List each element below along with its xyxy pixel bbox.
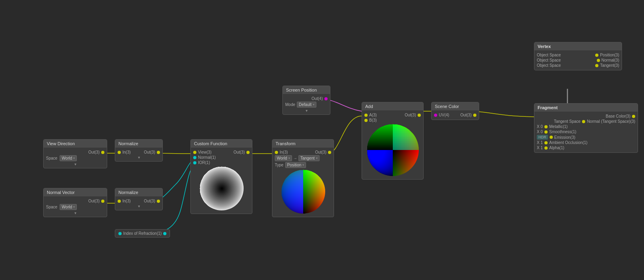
vertex-norm-out: Normal(3): [602, 58, 619, 62]
frag-ao-label: Ambient Occlusion(1): [549, 140, 588, 145]
cf-normal-dot: [193, 156, 196, 159]
vertex-pos-dot: [595, 54, 598, 57]
screen-position-node[interactable]: Screen Position Out(4) Mode Default ▾ ▾: [282, 86, 330, 115]
frag-smooth-x: X 0: [537, 130, 543, 134]
scene-color-node[interactable]: Scene Color UV(4) Out(3): [431, 102, 479, 120]
norm1-in-label: In(3): [122, 150, 131, 154]
normalize-1-header: Normalize: [115, 140, 162, 148]
frag-metallic-dot: [544, 125, 548, 128]
vertex-pos-label: Object Space: [537, 53, 561, 57]
norm1-chevron[interactable]: ▾: [118, 155, 160, 160]
expand-chevron[interactable]: ▾: [46, 162, 104, 166]
transform-header: Transform: [272, 140, 334, 148]
cf-view-label: View(3): [198, 150, 212, 154]
fragment-section: Fragment Base Color(3) Tangent Space Nor…: [534, 103, 638, 153]
view-direction-out-dot: [101, 151, 104, 154]
frag-smooth-row: X 0 Smoothness(1): [537, 130, 635, 134]
screen-position-header: Screen Position: [283, 86, 330, 94]
vertex-pos-out: Position(3): [600, 53, 619, 57]
normal-vector-out-label: Out(3): [88, 199, 100, 203]
nv-expand-chevron[interactable]: ▾: [46, 211, 104, 215]
add-out-label: Out(3): [405, 113, 416, 117]
add-b-dot: [364, 119, 368, 122]
add-header: Add: [362, 102, 423, 110]
add-a-label: A(3): [369, 113, 377, 117]
cf-out-dot: [246, 151, 250, 154]
normalize-1-node[interactable]: Normalize In(3) Out(3) ▾: [115, 139, 163, 162]
norm1-in-dot: [118, 151, 121, 154]
vertex-norm-label: Object Space: [537, 58, 561, 62]
norm2-out-dot: [157, 200, 160, 203]
frag-ao-row: X 1 Ambient Occlusion(1): [537, 140, 635, 145]
transform-node[interactable]: Transform In(3) Out(3) World ▾ → Tangent…: [272, 139, 334, 217]
vertex-position-row: Object Space Position(3): [537, 53, 619, 57]
normalize-2-header: Normalize: [115, 188, 162, 196]
frag-basecolor-row: Base Color(3): [537, 114, 635, 118]
add-out-dot: [418, 114, 421, 117]
sp-mode-select[interactable]: Default ▾: [297, 102, 316, 108]
norm2-in-dot: [118, 200, 121, 203]
tr-from-select[interactable]: World ▾: [275, 155, 292, 161]
sp-out-label: Out(4): [312, 96, 323, 101]
normal-vector-node[interactable]: Normal Vector Out(3) Space World ▾ ▾: [43, 188, 107, 217]
frag-normal-prefix: Tangent Space: [554, 119, 581, 124]
custom-function-header: Custom Function: [191, 140, 252, 148]
custom-function-node[interactable]: Custom Function View(3) Out(3) Normal(1)…: [190, 139, 252, 214]
add-node[interactable]: Add A(3) Out(3) B(3): [362, 102, 424, 180]
frag-alpha-row: X 1 Alpha(1): [537, 146, 635, 150]
norm2-chevron[interactable]: ▾: [118, 204, 160, 208]
sc-uv-label: UV(4): [439, 113, 449, 117]
view-direction-node[interactable]: View Direction Out(3) Space World ▾ ▾: [43, 139, 107, 168]
vertex-norm-dot: [597, 59, 600, 62]
sp-out-dot: [324, 97, 328, 100]
vertex-section: Vertex Object Space Position(3) Object S…: [534, 42, 622, 70]
normal-vector-header: Normal Vector: [44, 188, 107, 196]
frag-normal-label: Normal (Tangent Space)(3): [587, 119, 635, 124]
vertex-tangent-row: Object Space Tangent(3): [537, 63, 619, 68]
vertex-fragment-connector: [567, 89, 568, 103]
add-preview: [367, 124, 419, 176]
sp-mode-label: Mode: [285, 102, 295, 107]
cf-view-dot: [193, 151, 196, 154]
nv-space-select[interactable]: World ▾: [60, 204, 77, 210]
cf-ior-dot: [193, 161, 196, 164]
ior-dot: [118, 232, 122, 235]
tr-out-label: Out(3): [315, 150, 326, 154]
frag-alpha-label: Alpha(1): [549, 146, 564, 150]
sc-uv-dot: [434, 114, 437, 117]
norm2-out-label: Out(3): [144, 199, 155, 203]
scene-color-header: Scene Color: [432, 102, 479, 110]
space-select[interactable]: World ▾: [60, 155, 77, 161]
norm2-in-label: In(3): [122, 199, 131, 203]
tr-out-dot: [328, 151, 331, 154]
tr-in-label: In(3): [280, 150, 288, 154]
cf-normal-label: Normal(1): [198, 155, 216, 160]
view-direction-out-label: Out(3): [88, 150, 100, 154]
vertex-tang-label: Object Space: [537, 63, 561, 68]
tr-to-select[interactable]: Tangent ▾: [298, 155, 320, 161]
frag-basecolor-label: Base Color(3): [606, 114, 630, 118]
sc-out-label: Out(3): [460, 113, 472, 117]
tr-in-dot: [275, 151, 278, 154]
sp-chevron[interactable]: ▾: [285, 108, 328, 113]
tr-type-label: Type: [275, 163, 284, 167]
frag-smooth-dot: [544, 130, 548, 134]
sc-out-dot: [473, 114, 476, 117]
frag-alpha-dot: [544, 146, 548, 150]
transform-preview: [281, 170, 325, 214]
frag-smooth-label: Smoothness(1): [549, 130, 576, 134]
frag-metallic-x: X 0: [537, 124, 543, 129]
ior-node[interactable]: Index of Refraction(1): [115, 229, 170, 238]
frag-ao-x: X 1: [537, 140, 543, 145]
normalize-2-node[interactable]: Normalize In(3) Out(3) ▾: [115, 188, 163, 210]
tr-type-select[interactable]: Position ▾: [285, 162, 306, 168]
frag-emission-row: HDR Emission(3): [537, 135, 635, 140]
norm1-out-label: Out(3): [144, 150, 155, 154]
ior-out-dot: [163, 232, 166, 235]
vertex-tang-out: Tangent(3): [600, 63, 619, 68]
ior-label: Index of Refraction(1): [123, 231, 162, 236]
fragment-header: Fragment: [534, 104, 638, 112]
cf-ior-label: IOR(1): [198, 160, 210, 165]
frag-normal-dot: [582, 120, 585, 123]
space-label: Space: [46, 156, 57, 160]
